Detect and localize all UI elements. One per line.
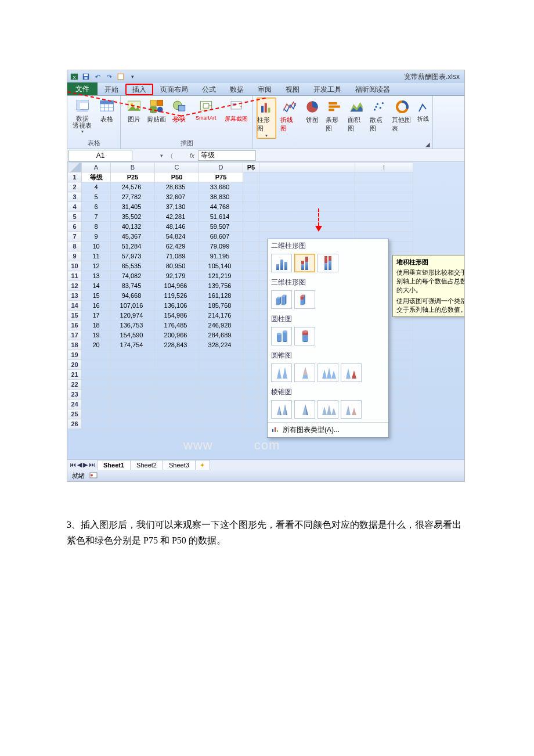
other-chart-button[interactable]: 其他图表 bbox=[391, 98, 414, 134]
cell[interactable] bbox=[111, 380, 155, 390]
cell[interactable]: 174,754 bbox=[111, 340, 155, 350]
cell[interactable]: 57,973 bbox=[111, 251, 155, 261]
picture-button[interactable]: 图片 bbox=[124, 98, 143, 124]
row-header[interactable]: 8 bbox=[68, 242, 82, 251]
cell[interactable] bbox=[199, 419, 243, 429]
cell[interactable] bbox=[111, 370, 155, 380]
cell[interactable] bbox=[243, 399, 259, 409]
cell[interactable]: 8 bbox=[82, 222, 111, 232]
tab-data[interactable]: 数据 bbox=[223, 84, 251, 95]
chart-option-3d-clustered[interactable] bbox=[271, 290, 292, 309]
col-header-E[interactable]: P5 bbox=[243, 163, 259, 172]
cell[interactable]: 11 bbox=[82, 251, 111, 261]
cell[interactable]: 15 bbox=[82, 291, 111, 301]
save-icon[interactable] bbox=[81, 72, 91, 81]
cell[interactable] bbox=[243, 419, 259, 429]
cell[interactable] bbox=[259, 212, 355, 222]
prev-sheet-icon[interactable]: ◀ bbox=[77, 461, 82, 469]
cell[interactable] bbox=[82, 360, 111, 370]
cell[interactable] bbox=[82, 419, 111, 429]
cell[interactable]: 45,367 bbox=[111, 232, 155, 242]
row-header[interactable]: 20 bbox=[68, 360, 82, 370]
cell[interactable] bbox=[155, 399, 199, 409]
cell[interactable] bbox=[82, 370, 111, 380]
chart-option-3d-stacked[interactable] bbox=[294, 290, 315, 309]
cell[interactable] bbox=[111, 419, 155, 429]
cell[interactable] bbox=[243, 390, 259, 399]
cell[interactable]: 136,753 bbox=[111, 321, 155, 330]
chart-option-cone-4[interactable] bbox=[341, 363, 362, 382]
cell[interactable]: 71,089 bbox=[155, 251, 199, 261]
cell[interactable]: 83,745 bbox=[111, 281, 155, 291]
cell[interactable] bbox=[155, 350, 199, 360]
row-header[interactable]: 12 bbox=[68, 281, 82, 291]
cell[interactable]: 20 bbox=[82, 340, 111, 350]
sheet-nav-buttons[interactable]: ⏮ ◀ ▶ ⏭ bbox=[67, 461, 98, 469]
row-header[interactable]: 6 bbox=[68, 222, 82, 232]
cell[interactable]: 13 bbox=[82, 271, 111, 281]
col-header-I[interactable]: I bbox=[355, 163, 413, 172]
cell[interactable] bbox=[355, 222, 413, 232]
column-chart-button[interactable]: 柱形图 ▾ bbox=[257, 98, 276, 139]
cell[interactable]: P25 bbox=[111, 172, 155, 182]
cell[interactable] bbox=[155, 409, 199, 419]
cell[interactable] bbox=[155, 360, 199, 370]
chart-option-pyramid-2[interactable] bbox=[294, 400, 315, 419]
chart-option-cone-3[interactable] bbox=[317, 363, 338, 382]
cell[interactable] bbox=[111, 360, 155, 370]
cell[interactable]: 176,485 bbox=[155, 321, 199, 330]
cell[interactable] bbox=[243, 360, 259, 370]
cell[interactable]: 等级 bbox=[82, 172, 111, 182]
cell[interactable]: 35,502 bbox=[111, 212, 155, 222]
name-box[interactable]: A1 bbox=[68, 150, 132, 161]
cell[interactable]: 154,986 bbox=[155, 311, 199, 321]
macro-record-icon[interactable] bbox=[89, 471, 98, 480]
cell[interactable] bbox=[82, 409, 111, 419]
tab-dev[interactable]: 开发工具 bbox=[306, 84, 348, 95]
cell[interactable] bbox=[111, 350, 155, 360]
cell[interactable]: 28,635 bbox=[155, 182, 199, 192]
cell[interactable] bbox=[111, 390, 155, 399]
cell[interactable]: 80,950 bbox=[155, 261, 199, 271]
cell[interactable]: 91,195 bbox=[199, 251, 243, 261]
pie-chart-button[interactable]: 饼图 bbox=[303, 98, 322, 125]
cell[interactable] bbox=[82, 390, 111, 399]
cell[interactable]: 6 bbox=[82, 202, 111, 212]
cell[interactable]: 37,130 bbox=[155, 202, 199, 212]
cell[interactable]: 107,016 bbox=[111, 301, 155, 311]
col-header-A[interactable]: A bbox=[82, 163, 111, 172]
chart-option-cylinder-1[interactable] bbox=[271, 327, 292, 345]
cell[interactable]: 4 bbox=[82, 182, 111, 192]
cell[interactable]: 121,219 bbox=[199, 271, 243, 281]
cell[interactable]: 51,284 bbox=[111, 242, 155, 251]
shapes-button[interactable]: 形状 bbox=[169, 98, 189, 124]
bar-chart-button[interactable]: 条形图 bbox=[325, 98, 344, 134]
cell[interactable]: 24,576 bbox=[111, 182, 155, 192]
cell[interactable] bbox=[199, 409, 243, 419]
tab-home[interactable]: 开始 bbox=[98, 84, 125, 95]
row-header[interactable]: 17 bbox=[68, 330, 82, 340]
cell[interactable] bbox=[259, 192, 355, 202]
all-chart-types-item[interactable]: 所有图表类型(A)... bbox=[268, 422, 388, 437]
row-header[interactable]: 23 bbox=[68, 390, 82, 399]
cell[interactable] bbox=[243, 202, 259, 212]
tab-insert[interactable]: 插入 bbox=[125, 84, 153, 95]
chart-option-100stacked-column[interactable] bbox=[317, 254, 338, 272]
cell[interactable] bbox=[259, 222, 355, 232]
cell[interactable] bbox=[243, 261, 259, 271]
chart-option-cone-1[interactable] bbox=[271, 363, 292, 382]
col-header-B[interactable]: B bbox=[111, 163, 155, 172]
cell[interactable] bbox=[355, 182, 413, 192]
cell[interactable] bbox=[82, 350, 111, 360]
cell[interactable]: 9 bbox=[82, 232, 111, 242]
col-header-gap[interactable] bbox=[259, 163, 355, 172]
cell[interactable]: 161,128 bbox=[199, 291, 243, 301]
cell[interactable] bbox=[155, 390, 199, 399]
cell[interactable] bbox=[243, 321, 259, 330]
undo-icon[interactable]: ↶ bbox=[93, 72, 102, 81]
tab-layout[interactable]: 页面布局 bbox=[153, 84, 195, 95]
combo-hint-button[interactable]: 折线 bbox=[417, 98, 429, 123]
cell[interactable]: 51,614 bbox=[199, 212, 243, 222]
tab-view[interactable]: 视图 bbox=[279, 84, 306, 95]
select-all-corner[interactable] bbox=[68, 163, 82, 172]
